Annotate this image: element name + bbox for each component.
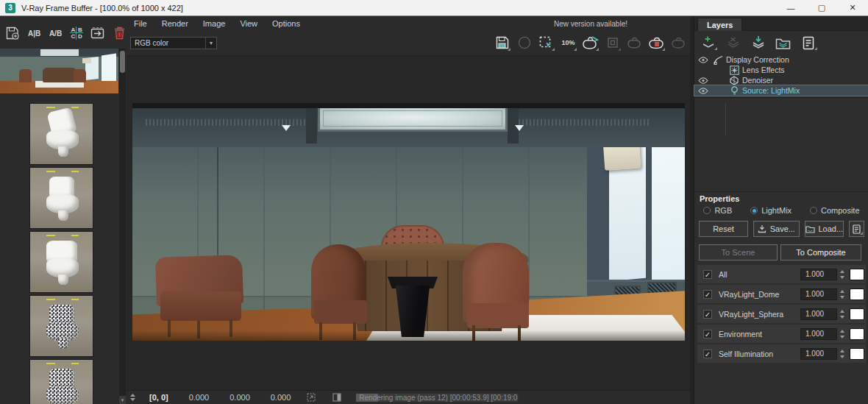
stop-render-teapot-icon[interactable] bbox=[647, 33, 666, 52]
close-button[interactable]: ✕ bbox=[837, 0, 868, 15]
eye-icon[interactable] bbox=[694, 88, 712, 94]
radio-lightmix[interactable]: LightMix bbox=[750, 206, 791, 215]
minimize-button[interactable]: — bbox=[775, 0, 806, 15]
layer-row-denoiser[interactable]: Denoiser bbox=[694, 75, 868, 85]
history-thumbnail-1[interactable] bbox=[29, 103, 93, 165]
compare-ab-icon[interactable]: A|B bbox=[27, 24, 42, 43]
multiplier-field[interactable]: 1.000 bbox=[800, 308, 837, 320]
load-label: Load... bbox=[819, 224, 844, 233]
multiplier-spinner[interactable] bbox=[840, 308, 847, 320]
menu-image[interactable]: Image bbox=[196, 16, 233, 31]
color-clamp-icon[interactable] bbox=[332, 393, 342, 402]
compare-ab-diag-label: A/B bbox=[49, 29, 62, 38]
layer-row-source-lightmix[interactable]: Source: LightMix bbox=[694, 85, 868, 96]
lightmix-presets-button[interactable] bbox=[849, 221, 864, 237]
render-last-teapot-icon[interactable] bbox=[581, 33, 600, 52]
color-swatch[interactable] bbox=[850, 308, 864, 320]
multiplier-spinner[interactable] bbox=[840, 269, 847, 280]
menu-view[interactable]: View bbox=[232, 16, 265, 31]
scrollbar-down-button[interactable]: ▼ bbox=[119, 396, 126, 404]
color-swatch[interactable] bbox=[850, 288, 864, 300]
clear-history-trash-icon[interactable] bbox=[112, 24, 127, 43]
set-b-image-icon[interactable] bbox=[90, 24, 105, 43]
lightmix-label: VRayLight_Dome bbox=[719, 290, 779, 299]
zoom-level-icon[interactable]: 10% bbox=[559, 33, 577, 52]
history-sidebar: A|B A/B A B C D bbox=[0, 16, 127, 404]
multiplier-field[interactable]: 1.000 bbox=[800, 328, 837, 340]
compare-ab-diagonal-icon[interactable]: A/B bbox=[49, 24, 63, 43]
reset-button[interactable]: Reset bbox=[699, 221, 748, 237]
to-composite-button[interactable]: To Composite bbox=[780, 244, 861, 261]
pixel-coordinates: [0, 0] bbox=[149, 393, 168, 402]
color-swatch[interactable] bbox=[850, 269, 864, 280]
multiplier-field[interactable]: 1.000 bbox=[800, 269, 837, 280]
checkbox[interactable]: ✓ bbox=[703, 310, 712, 319]
pixel-r-value: 0.000 bbox=[189, 393, 210, 402]
maximize-button[interactable]: ▢ bbox=[806, 0, 837, 15]
history-thumbnail-3[interactable] bbox=[29, 231, 93, 293]
radio-composite[interactable]: Composite bbox=[810, 206, 860, 215]
layers-tree: Display Correction Lens Effects Denoiser bbox=[694, 54, 868, 96]
center-region: File Render Image View Options New versi… bbox=[127, 16, 694, 404]
pixel-g-value: 0.000 bbox=[230, 393, 250, 402]
history-thumbnail-2[interactable] bbox=[29, 167, 93, 229]
load-layers-folder-icon[interactable] bbox=[774, 34, 793, 52]
checkbox[interactable]: ✓ bbox=[703, 350, 712, 358]
menu-options[interactable]: Options bbox=[265, 16, 307, 31]
checkbox[interactable]: ✓ bbox=[703, 290, 712, 299]
color-swatch[interactable] bbox=[850, 328, 864, 340]
render-preview-thumbnail[interactable] bbox=[0, 49, 118, 93]
cloud-render-teapot-icon[interactable] bbox=[669, 33, 688, 52]
load-button[interactable]: Load... bbox=[805, 221, 844, 237]
tab-layers[interactable]: Layers bbox=[697, 18, 742, 31]
history-thumbnail-4[interactable] bbox=[29, 295, 93, 357]
new-version-notice[interactable]: New version available! bbox=[554, 20, 627, 28]
dimension-mark bbox=[46, 235, 55, 236]
progress-text: Rendering image (pass 12) [00:00:53.9] [… bbox=[359, 394, 519, 403]
scrollbar-thumb[interactable] bbox=[120, 51, 125, 73]
pixel-info-icon[interactable] bbox=[307, 393, 316, 402]
lightmix-row-dome: ✓ VRayLight_Dome 1.000 bbox=[697, 285, 866, 303]
history-thumbnail-5[interactable] bbox=[29, 359, 93, 404]
render-image[interactable] bbox=[132, 103, 685, 341]
multiplier-spinner[interactable] bbox=[840, 288, 847, 300]
multiplier-spinner[interactable] bbox=[840, 328, 847, 340]
checkbox[interactable]: ✓ bbox=[703, 270, 712, 279]
sphere-view-icon[interactable] bbox=[515, 33, 533, 52]
layer-row-display-correction[interactable]: Display Correction bbox=[694, 54, 868, 65]
channel-dropdown[interactable]: RGB color ▼ bbox=[130, 37, 217, 49]
add-layer-icon[interactable] bbox=[699, 34, 718, 52]
to-scene-button[interactable]: To Scene bbox=[699, 244, 778, 261]
save-button[interactable]: Save... bbox=[753, 221, 799, 237]
lightmix-label: All bbox=[719, 270, 728, 279]
save-image-icon[interactable] bbox=[493, 33, 511, 52]
color-swatch[interactable] bbox=[850, 348, 864, 360]
eye-icon[interactable] bbox=[694, 57, 712, 63]
pixel-stepper-icon[interactable] bbox=[129, 393, 136, 402]
wingback-chair-right-shape bbox=[467, 303, 529, 328]
history-scrollbar[interactable]: ▼ bbox=[119, 49, 126, 404]
ceiling-beam-shape bbox=[508, 103, 519, 143]
ceiling-light-panel-shape bbox=[318, 105, 508, 132]
layer-label: Display Correction bbox=[726, 55, 789, 64]
save-history-icon[interactable] bbox=[6, 24, 21, 43]
multiplier-field[interactable]: 1.000 bbox=[800, 348, 837, 360]
eye-icon[interactable] bbox=[694, 77, 712, 84]
history-toolbar: A|B A/B A B C D bbox=[3, 19, 127, 47]
layer-row-lens-effects[interactable]: Lens Effects bbox=[694, 65, 868, 75]
delete-layer-icon[interactable] bbox=[724, 34, 743, 52]
image-top-edge bbox=[132, 103, 685, 108]
menu-render[interactable]: Render bbox=[154, 16, 196, 31]
checkbox[interactable]: ✓ bbox=[703, 330, 712, 339]
region-render-icon[interactable] bbox=[537, 33, 555, 52]
render-teapot-icon[interactable] bbox=[625, 33, 644, 52]
multiplier-spinner[interactable] bbox=[840, 348, 847, 360]
compare-abcd-icon[interactable]: A B C D bbox=[69, 24, 84, 43]
multiplier-field[interactable]: 1.000 bbox=[800, 288, 837, 300]
save-layers-icon[interactable] bbox=[749, 34, 768, 52]
menu-file[interactable]: File bbox=[127, 16, 154, 31]
follow-mouse-icon[interactable] bbox=[603, 33, 622, 52]
radio-rgb[interactable]: RGB bbox=[703, 206, 732, 215]
compare-ab-label: A|B bbox=[28, 29, 40, 38]
layer-presets-icon[interactable] bbox=[799, 34, 818, 52]
